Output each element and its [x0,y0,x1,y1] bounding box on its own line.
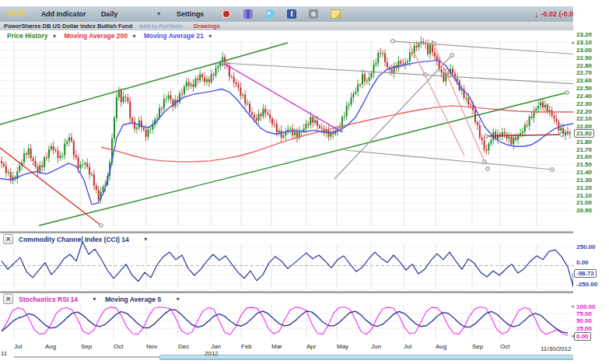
close-icon[interactable]: ✕ [3,294,13,304]
alert-icon[interactable] [222,9,231,19]
close-icon[interactable]: ✕ [3,234,13,244]
settings-button[interactable]: Settings [170,9,212,19]
legend-moving-average-21[interactable]: Moving Average 21▼ [144,32,213,40]
cci-title[interactable]: Commodity Channel Index (CCI) 14 [19,236,129,243]
camera-icon[interactable] [309,9,318,19]
chevron-down-icon: ▼ [156,9,162,19]
month-label: Apr [306,343,316,350]
month-label: Aug [436,343,446,350]
fund-name: PowerShares DB US Dollar Index Bullish F… [4,23,132,30]
month-label: Jul [14,343,22,350]
chart-legend: Price History▼ Moving Average 200▼ Movin… [0,31,213,40]
stoch-panel-header: ✕ Stochastics RSI 14 ▼ Moving Average 5 … [0,294,180,304]
trendlines-layer [0,40,573,228]
price-axis-label: 21.40 [576,169,592,176]
stoch-axis-label: 50.00 [576,317,592,324]
month-label: Sep [81,343,92,350]
share-icons [222,9,341,19]
price-axis-label: 22.20 [576,108,592,115]
chevron-down-icon[interactable]: ▼ [51,33,57,39]
year-label: 11 [1,350,7,357]
price-axis-label: 21.30 [576,177,592,184]
month-label: Sep [472,343,483,350]
chevron-down-icon[interactable]: ▼ [92,296,97,302]
twitter-icon[interactable] [265,9,275,19]
scrollbar-track[interactable] [14,356,159,358]
price-axis-label: 22.80 [576,62,592,69]
month-label: Nov [146,343,157,350]
chart-icon[interactable] [243,9,253,19]
month-label: Jan [211,343,221,350]
legend-price-history[interactable]: Price History▼ [7,32,57,40]
price-axis-label: 22.60 [576,77,592,84]
stoch-ma-title[interactable]: Moving Average 5 [105,296,161,303]
month-label: Aug [45,343,56,350]
symbol-label[interactable]: UUP [0,9,34,19]
last-value-marker: ◄ [570,40,575,45]
price-axis-label: 21.10 [576,192,592,199]
notes-icon[interactable] [331,9,341,19]
month-label: Jun [371,343,381,350]
stoch-axis-label: 75.00 [576,310,592,317]
cci-line [2,242,573,287]
chart-application-window: UUP Add Indicator Daily ▼ Settings ↓ -0.… [0,0,609,364]
price-axis-label: 22.70 [576,69,592,76]
month-label: Mar [271,343,282,350]
month-label: May [337,343,348,350]
cci-current-box: -98.72 [574,269,597,278]
month-label: Oct [114,343,123,350]
month-label: Feb [241,343,252,350]
stoch-current-box: 0.00 [574,332,591,341]
cci-axis-label: 250.00 [576,243,595,250]
stoch-axis-label: 100.00 [576,303,595,310]
drawings-link[interactable]: Drawings [194,23,220,30]
stoch-axis-label: 25.00 [576,325,592,332]
price-axis-label: 21.80 [576,138,592,145]
month-label: Oct [500,343,509,350]
ma21-line [0,60,573,205]
price-axis-label: 21.60 [576,153,592,160]
year-label: 2012 [205,350,219,357]
scrollbar-thumb[interactable] [159,355,581,360]
price-axis-label: 22.10 [576,115,592,122]
instrument-bar: PowerShares DB US Dollar Index Bullish F… [0,22,609,30]
last-value-marker: ◄ [570,304,575,309]
down-arrow-icon: ↓ [534,9,539,19]
price-axis-label: 22.90 [576,54,592,61]
chevron-down-icon[interactable]: ▼ [208,33,213,39]
current-price-box: 21.92 [574,129,594,138]
price-axis-label: 21.70 [576,146,592,153]
add-indicator-button[interactable]: Add Indicator [34,9,94,19]
cci-axis-label: -250.00 [576,281,597,288]
price-axis-label: 23.20 [576,31,592,38]
price-chart-canvas[interactable] [0,31,573,231]
chevron-down-icon[interactable]: ▼ [143,236,149,242]
legend-moving-average-200[interactable]: Moving Average 200▼ [64,32,137,40]
value-axis-column: 23.2023.1023.0022.9022.8022.7022.6022.50… [573,0,609,364]
timeframe-value: Daily [101,9,118,19]
time-axis: 11/30/2012 JulAugSepOctNovDecJanFebMarAp… [0,343,579,351]
stoch-rsi-title[interactable]: Stochastics RSI 14 [19,296,78,303]
price-axis-label: 21.00 [576,199,592,206]
chevron-down-icon[interactable]: ▼ [131,33,137,39]
timeframe-select[interactable]: Daily ▼ [94,9,170,19]
cci-panel-header: ✕ Commodity Channel Index (CCI) 14 ▼ [0,234,149,244]
price-axis-label: 22.30 [576,100,592,107]
month-label: Jul [404,343,411,350]
price-axis-label: 20.90 [576,207,592,214]
last-date-label: 11/30/2012 [541,345,571,352]
candlestick-series [1,37,571,204]
horizontal-scrollbar[interactable] [0,355,579,359]
price-axis-label: 22.40 [576,93,592,100]
chevron-down-icon[interactable]: ▼ [175,296,180,302]
top-toolbar: UUP Add Indicator Daily ▼ Settings ↓ -0.… [0,6,609,23]
price-axis-label: 23.10 [576,39,592,46]
price-axis-label: 22.50 [576,85,592,92]
facebook-icon[interactable] [287,9,296,19]
add-to-portfolio-link[interactable]: Add to Portfolio [138,23,183,30]
price-gridlines [0,40,573,226]
month-label: Dec [178,343,189,350]
price-axis-label: 21.50 [576,161,592,168]
price-axis-label: 23.00 [576,47,592,54]
cci-axis-label: 0.00 [576,259,589,266]
